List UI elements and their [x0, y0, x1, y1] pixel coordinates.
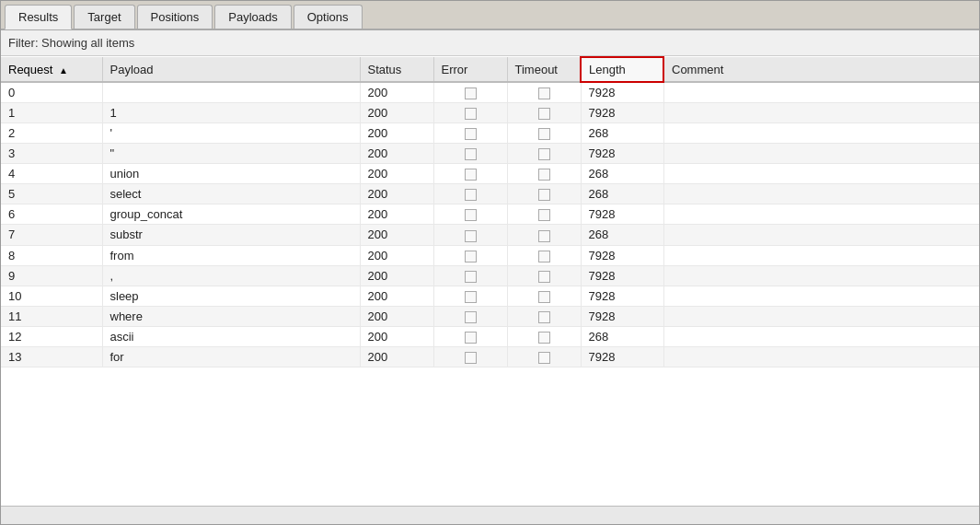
checkbox-icon[interactable] — [465, 148, 477, 160]
checkbox-icon[interactable] — [538, 148, 550, 160]
table-cell: , — [102, 265, 360, 286]
table-cell — [663, 82, 979, 103]
checkbox-icon[interactable] — [465, 352, 477, 364]
checkbox-icon[interactable] — [538, 128, 550, 140]
table-row[interactable]: 3"2007928 — [1, 144, 979, 164]
table-row[interactable]: 5select200268 — [1, 184, 979, 204]
table-cell: 7928 — [581, 245, 663, 265]
table-cell: 7928 — [581, 286, 663, 306]
col-header-status[interactable]: Status — [360, 57, 433, 82]
table-cell: 200 — [360, 265, 433, 286]
table-cell — [663, 103, 979, 123]
col-header-timeout[interactable]: Timeout — [507, 57, 581, 82]
checkbox-icon[interactable] — [465, 332, 477, 344]
col-header-error[interactable]: Error — [433, 57, 507, 82]
checkbox-icon[interactable] — [538, 251, 550, 262]
tab-options[interactable]: Options — [294, 5, 363, 29]
table-cell: 10 — [1, 286, 102, 306]
table-row[interactable]: 4union200268 — [1, 164, 979, 184]
table-cell: 5 — [1, 184, 102, 204]
table-cell: ascii — [102, 326, 360, 346]
table-row[interactable]: 7substr200268 — [1, 225, 979, 245]
checkbox-icon[interactable] — [465, 88, 477, 99]
table-cell — [663, 326, 979, 346]
table-cell: where — [102, 306, 360, 326]
tab-target[interactable]: Target — [74, 5, 134, 29]
checkbox-icon[interactable] — [538, 230, 550, 242]
table-cell — [433, 346, 507, 367]
table-row[interactable]: 10sleep2007928 — [1, 286, 979, 306]
table-cell — [507, 346, 581, 367]
table-cell: 200 — [360, 164, 433, 184]
table-row[interactable]: 112007928 — [1, 103, 979, 123]
tab-positions[interactable]: Positions — [137, 5, 213, 29]
checkbox-icon[interactable] — [465, 128, 477, 140]
tab-bar: ResultsTargetPositionsPayloadsOptions — [1, 1, 979, 30]
checkbox-icon[interactable] — [538, 209, 550, 221]
tab-payloads[interactable]: Payloads — [214, 5, 291, 29]
col-header-payload[interactable]: Payload — [102, 57, 360, 82]
table-header-row: Request ▲ Payload Status Error Timeout L… — [1, 57, 979, 82]
table-cell: group_concat — [102, 204, 360, 225]
checkbox-icon[interactable] — [538, 291, 550, 303]
col-header-length[interactable]: Length — [581, 57, 663, 82]
table-cell: 7928 — [581, 204, 663, 225]
checkbox-icon[interactable] — [465, 209, 477, 221]
table-row[interactable]: 13for2007928 — [1, 346, 979, 367]
checkbox-icon[interactable] — [465, 189, 477, 201]
table-cell: 13 — [1, 346, 102, 367]
tab-results[interactable]: Results — [5, 5, 72, 29]
checkbox-icon[interactable] — [538, 88, 550, 99]
table-cell: 9 — [1, 265, 102, 286]
table-cell — [507, 184, 581, 204]
table-cell — [507, 306, 581, 326]
table-cell: from — [102, 245, 360, 265]
table-cell: 200 — [360, 225, 433, 245]
table-cell: 268 — [581, 164, 663, 184]
table-cell: 7928 — [581, 265, 663, 286]
table-cell — [663, 346, 979, 367]
table-cell: 1 — [1, 103, 102, 123]
col-header-comment[interactable]: Comment — [663, 57, 979, 82]
table-row[interactable]: 02007928 — [1, 82, 979, 103]
table-cell: 7928 — [581, 82, 663, 103]
table-cell — [663, 306, 979, 326]
table-cell: union — [102, 164, 360, 184]
table-cell: 3 — [1, 144, 102, 164]
table-cell: 11 — [1, 306, 102, 326]
checkbox-icon[interactable] — [538, 189, 550, 201]
table-cell — [433, 144, 507, 164]
table-cell — [433, 184, 507, 204]
checkbox-icon[interactable] — [465, 108, 477, 120]
results-table-container[interactable]: Request ▲ Payload Status Error Timeout L… — [1, 56, 979, 506]
checkbox-icon[interactable] — [538, 332, 550, 344]
table-cell — [507, 123, 581, 144]
bottom-bar — [1, 506, 979, 524]
table-cell: ' — [102, 123, 360, 144]
checkbox-icon[interactable] — [465, 251, 477, 262]
filter-bar: Filter: Showing all items — [1, 30, 979, 56]
checkbox-icon[interactable] — [465, 230, 477, 242]
table-row[interactable]: 11where2007928 — [1, 306, 979, 326]
checkbox-icon[interactable] — [465, 291, 477, 303]
table-cell: 12 — [1, 326, 102, 346]
col-header-request[interactable]: Request ▲ — [1, 57, 102, 82]
checkbox-icon[interactable] — [465, 311, 477, 323]
table-cell — [433, 245, 507, 265]
checkbox-icon[interactable] — [538, 311, 550, 323]
checkbox-icon[interactable] — [465, 169, 477, 181]
checkbox-icon[interactable] — [538, 352, 550, 364]
table-row[interactable]: 9,2007928 — [1, 265, 979, 286]
table-cell — [507, 265, 581, 286]
checkbox-icon[interactable] — [538, 271, 550, 283]
checkbox-icon[interactable] — [538, 108, 550, 120]
table-cell: 268 — [581, 225, 663, 245]
table-row[interactable]: 12ascii200268 — [1, 326, 979, 346]
table-row[interactable]: 2'200268 — [1, 123, 979, 144]
table-row[interactable]: 6group_concat2007928 — [1, 204, 979, 225]
table-cell — [433, 103, 507, 123]
checkbox-icon[interactable] — [538, 169, 550, 181]
checkbox-icon[interactable] — [465, 271, 477, 283]
table-row[interactable]: 8from2007928 — [1, 245, 979, 265]
table-cell: 7928 — [581, 103, 663, 123]
